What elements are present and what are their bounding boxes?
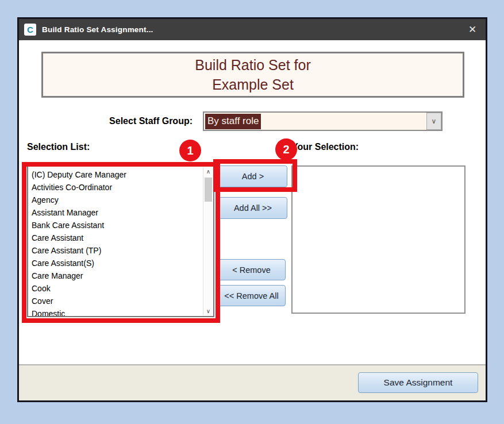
save-assignment-button[interactable]: Save Assignment (358, 372, 478, 393)
dialog-titlebar: C Build Ratio Set Assignment... ✕ (19, 19, 486, 40)
remove-all-button[interactable]: << Remove All (217, 285, 286, 306)
select-staff-group-label: Select Staff Group: (75, 116, 193, 126)
add-all-button[interactable]: Add All >> (218, 197, 287, 219)
staff-group-combobox[interactable]: By staff role ∨ (203, 111, 443, 131)
your-selection-listbox[interactable] (291, 165, 465, 314)
combobox-selected-value: By staff role (205, 114, 261, 129)
annotation-step-2-badge: 2 (275, 138, 297, 160)
selection-list-label: Selection List: (27, 142, 90, 152)
remove-button[interactable]: < Remove (217, 259, 286, 280)
close-icon[interactable]: ✕ (459, 19, 486, 40)
annotation-step-1-badge: 1 (179, 140, 201, 161)
chevron-down-icon[interactable]: ∨ (426, 113, 441, 130)
app-logo-icon: C (24, 24, 36, 36)
annotation-highlight-add-button (213, 159, 297, 192)
screenshot-background: C Build Ratio Set Assignment... ✕ Build … (0, 0, 504, 424)
your-selection-label: Your Selection: (292, 142, 359, 152)
annotation-highlight-selection-list (22, 162, 220, 323)
header-line1: Build Ratio Set for (195, 55, 311, 75)
window-title: Build Ratio Set Assignment... (42, 25, 153, 34)
ratio-set-header-box: Build Ratio Set for Example Set (41, 52, 464, 98)
header-line2: Example Set (212, 75, 294, 94)
